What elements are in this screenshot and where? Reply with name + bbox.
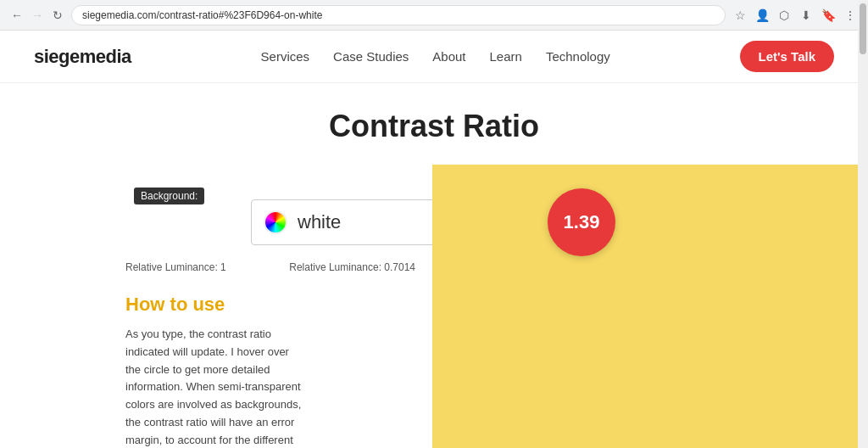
scrollbar-thumb[interactable] bbox=[860, 3, 866, 54]
background-label: Background: bbox=[134, 188, 204, 204]
nav-learn[interactable]: Learn bbox=[490, 49, 522, 64]
site-logo[interactable]: siegemedia bbox=[34, 46, 131, 68]
scrollbar[interactable] bbox=[858, 0, 868, 448]
address-bar[interactable]: siegemedia.com/contrast-ratio#%23F6D964-… bbox=[71, 5, 726, 25]
bg-color-picker[interactable] bbox=[264, 210, 287, 234]
logo-text-part1: siege bbox=[34, 46, 80, 67]
browser-icons: ☆ 👤 ⬡ ⬇ 🔖 ⋮ bbox=[732, 8, 858, 23]
logo-text-part2: media bbox=[80, 46, 131, 67]
nav-technology[interactable]: Technology bbox=[546, 49, 610, 64]
save-icon[interactable]: 🔖 bbox=[821, 8, 836, 23]
how-to-use-title: How to use bbox=[125, 294, 307, 316]
nav-services[interactable]: Services bbox=[261, 49, 310, 64]
nav-case-studies[interactable]: Case Studies bbox=[333, 49, 409, 64]
left-panel: Background: 1.39 Text color: bbox=[0, 165, 432, 448]
bookmark-icon[interactable]: ☆ bbox=[732, 8, 748, 23]
profile-icon[interactable]: 👤 bbox=[754, 8, 770, 23]
ratio-value: 1.39 bbox=[564, 211, 600, 233]
download-icon[interactable]: ⬇ bbox=[798, 8, 814, 23]
main-nav: Services Case Studies About Learn Techno… bbox=[261, 49, 610, 64]
nav-about[interactable]: About bbox=[432, 49, 465, 64]
reload-button[interactable]: ↻ bbox=[51, 8, 64, 22]
how-to-use-section: How to use As you type, the contrast rat… bbox=[0, 273, 432, 448]
right-panel: ⇆ Swap colors bbox=[432, 165, 868, 448]
url-text: siegemedia.com/contrast-ratio#%23F6D964-… bbox=[82, 9, 322, 21]
bg-luminance: Relative Luminance: 1 bbox=[125, 261, 226, 273]
lets-talk-button[interactable]: Let's Talk bbox=[740, 41, 834, 72]
text-luminance: Relative Luminance: 0.7014 bbox=[289, 261, 424, 273]
extensions-icon[interactable]: ⬡ bbox=[776, 8, 792, 23]
main-content: Background: 1.39 Text color: bbox=[0, 165, 868, 448]
menu-icon[interactable]: ⋮ bbox=[843, 8, 858, 23]
page-title: Contrast Ratio bbox=[17, 109, 851, 144]
forward-button[interactable]: → bbox=[31, 8, 44, 22]
fields-row: Background: 1.39 Text color: bbox=[0, 165, 432, 256]
page-title-section: Contrast Ratio bbox=[0, 83, 868, 165]
how-to-use-para-1: As you type, the contrast ratio indicate… bbox=[125, 326, 307, 448]
site-header: siegemedia Services Case Studies About L… bbox=[0, 31, 868, 83]
ratio-circle[interactable]: 1.39 bbox=[548, 188, 615, 256]
back-button[interactable]: ← bbox=[10, 8, 24, 22]
browser-chrome: ← → ↻ siegemedia.com/contrast-ratio#%23F… bbox=[0, 0, 868, 31]
